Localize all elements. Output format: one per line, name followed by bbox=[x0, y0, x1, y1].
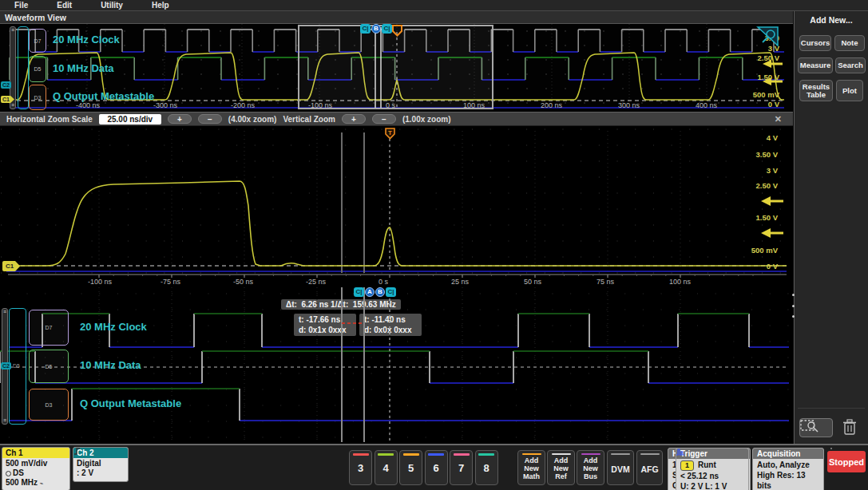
cursor-a-handle-icon[interactable]: C| bbox=[360, 24, 371, 34]
stopped-button[interactable]: Stopped bbox=[827, 451, 866, 472]
menu-item-help[interactable]: Help bbox=[152, 1, 169, 10]
digital-handle-D5[interactable]: D5 bbox=[29, 350, 69, 383]
channel-button-7[interactable]: 7 bbox=[450, 450, 473, 485]
digital-ch2-badge[interactable]: C2 bbox=[1, 362, 11, 369]
trigger-badge[interactable]: Trigger 1Runt < 25.12 ns U: 2 V L: 1 V bbox=[676, 448, 749, 490]
sidebar-button-note[interactable]: Note bbox=[834, 35, 865, 51]
cursor-a-icon[interactable]: A bbox=[365, 287, 375, 297]
main-volt-label: 2.50 V bbox=[741, 181, 778, 190]
overview-volt-label: 500 mV bbox=[743, 90, 779, 99]
channel-button-6[interactable]: 6 bbox=[425, 450, 448, 485]
ch2-badge-title: Ch 2 bbox=[73, 448, 128, 458]
ch2-badge[interactable]: Ch 2 Digital : 2 V bbox=[73, 447, 129, 482]
channel-button-label: 4 bbox=[375, 462, 397, 474]
zoom-scale-bar: Horizontal Zoom Scale 25.00 ns/div + − (… bbox=[0, 112, 793, 126]
main-time-tick: -50 ns bbox=[233, 278, 253, 286]
channel-button-8[interactable]: 8 bbox=[475, 450, 498, 485]
cursor-right-bracket-icon[interactable]: C| bbox=[386, 287, 396, 297]
zoom-select-button[interactable] bbox=[799, 418, 833, 437]
add-new-math-button[interactable]: AddNewMath bbox=[517, 450, 545, 485]
main-time-tick: 100 ns bbox=[669, 278, 691, 286]
panel-resize-handle[interactable] bbox=[792, 294, 796, 318]
waveform-view-tab[interactable]: Waveform View bbox=[5, 13, 66, 22]
overview-time-tick: 400 ns bbox=[696, 101, 717, 109]
cursor-left-bracket-icon[interactable]: C| bbox=[354, 287, 364, 297]
sidebar-button-plot[interactable]: Plot bbox=[836, 80, 863, 101]
channel-button-label: 5 bbox=[400, 462, 422, 474]
dvm-button[interactable]: DVM bbox=[607, 450, 634, 485]
hzoom-minus-button[interactable]: − bbox=[198, 114, 222, 124]
add-button-label: AddNewMath bbox=[518, 456, 545, 480]
main-volt-label: 0 V bbox=[741, 262, 778, 271]
digital-timing-view[interactable]: Δt: 6.26 ns 1/Δt: 159.63 MHz t: -17.66 n… bbox=[0, 286, 793, 444]
menu-item-utility[interactable]: Utility bbox=[101, 1, 123, 10]
channel-button-3[interactable]: 3 bbox=[349, 450, 372, 485]
cursor-b-icon[interactable]: B bbox=[375, 287, 385, 297]
overview-time-tick: 100 ns bbox=[463, 101, 485, 109]
digital-handle-D7[interactable]: D7 bbox=[29, 310, 69, 346]
main-volt-label: 3 V bbox=[741, 166, 778, 175]
digital-channel-label-D7: 20 MHz Clock bbox=[80, 321, 147, 333]
trash-icon[interactable] bbox=[841, 418, 858, 437]
grip-icon: ≡ bbox=[11, 104, 14, 107]
vzoom-minus-button[interactable]: − bbox=[372, 114, 396, 124]
main-time-tick: 0 s bbox=[379, 278, 388, 286]
acquisition-mode: Auto, Analyze bbox=[757, 460, 819, 470]
hzoom-plus-button[interactable]: + bbox=[168, 114, 192, 124]
zoom-close-icon[interactable]: ✕ bbox=[775, 114, 782, 124]
oscilloscope-app: FileEditUtilityHelp Waveform View ≡≡D720… bbox=[0, 0, 868, 490]
runt-trigger-icon bbox=[676, 449, 685, 456]
ch1-badge-body: 500 mV/div DS 500 MHz ⌁ bbox=[2, 458, 69, 490]
overview-channel-label-D5: 10 MHz Data bbox=[53, 62, 114, 74]
bottom-status-bar: Ch 1 500 mV/div DS 500 MHz ⌁ Ch 2 Digita… bbox=[0, 444, 868, 490]
overview-digital-handle-D5[interactable]: D5 bbox=[29, 56, 46, 82]
sidebar-button-cursors[interactable]: Cursors bbox=[799, 35, 831, 51]
channel-color-stripe bbox=[378, 453, 394, 456]
overview-digital-handle-D7[interactable]: D7 bbox=[29, 29, 46, 53]
overview-time-tick: 0 s bbox=[386, 101, 395, 109]
trigger-position-marker[interactable] bbox=[391, 25, 403, 37]
menu-item-file[interactable]: File bbox=[14, 1, 28, 10]
bandwidth-limit-icon: ⌁ bbox=[40, 480, 43, 486]
overview-cursor-badges[interactable]: C|BC| bbox=[360, 24, 392, 34]
probe-icon bbox=[6, 471, 11, 476]
channel-button-label: 7 bbox=[450, 462, 472, 474]
overview-time-tick: -100 ns bbox=[308, 101, 332, 109]
channel-button-label: 3 bbox=[350, 462, 371, 474]
channel-button-4[interactable]: 4 bbox=[375, 450, 398, 485]
vzoom-plus-button[interactable]: + bbox=[342, 114, 366, 124]
main-volt-label: 1.50 V bbox=[741, 213, 778, 222]
overview-digital-handle-D3[interactable]: D3 bbox=[29, 85, 46, 110]
channel-button-5[interactable]: 5 bbox=[399, 450, 422, 485]
add-color-stripe bbox=[522, 453, 541, 455]
cursor-b-handle-icon[interactable]: B bbox=[371, 24, 381, 34]
trigger-type: Runt bbox=[698, 460, 716, 469]
main-trigger-marker[interactable]: T bbox=[384, 128, 396, 140]
digital-handle-D3[interactable]: D3 bbox=[29, 389, 69, 421]
sidebar-button-results-table[interactable]: ResultsTable bbox=[799, 80, 833, 101]
overview-volt-label: 0 V bbox=[743, 100, 779, 109]
menu-item-edit[interactable]: Edit bbox=[57, 1, 72, 10]
acquisition-badge[interactable]: AcquisitionAuto, AnalyzeHigh Res: 13 bit… bbox=[752, 448, 824, 490]
channel-button-label: 8 bbox=[476, 462, 497, 474]
sidebar-button-measure[interactable]: Measure bbox=[798, 57, 833, 73]
add-new-bus-button[interactable]: AddNewBus bbox=[577, 450, 604, 485]
add-new-ref-button[interactable]: AddNewRef bbox=[547, 450, 575, 485]
afg-button[interactable]: AFG bbox=[636, 450, 663, 485]
sidebar-divider bbox=[798, 408, 865, 409]
add-new-sidebar: Add New... CursorsNoteMeasureSearchResul… bbox=[794, 11, 868, 444]
grip-icon: ≡ bbox=[3, 419, 6, 422]
channel-color-stripe bbox=[403, 453, 419, 456]
waveform-workspace: Waveform View ≡≡D720 MHz ClockD510 MHz D… bbox=[0, 11, 793, 444]
overview-ch2-badge[interactable]: C2 bbox=[1, 81, 11, 89]
overview-zoom-selection-box[interactable] bbox=[298, 25, 493, 109]
ch1-badge[interactable]: Ch 1 500 mV/div DS 500 MHz ⌁ bbox=[2, 447, 70, 490]
hzoom-scale-value[interactable]: 25.00 ns/div bbox=[99, 114, 161, 124]
digital-cursor-badges[interactable]: C|ABC| bbox=[354, 287, 396, 297]
waveform-overview-panel[interactable]: ≡≡D720 MHz ClockD510 MHz DataD3Q Output … bbox=[0, 24, 793, 112]
sidebar-button-search[interactable]: Search bbox=[835, 57, 866, 73]
acquisition-resolution: High Res: 13 bits bbox=[757, 470, 819, 490]
add-new-title: Add New... bbox=[795, 15, 868, 25]
zoomed-analog-view[interactable]: T-100 ns-75 ns-50 ns-25 ns0 s25 ns50 ns7… bbox=[0, 126, 793, 286]
overview-channel-bracket bbox=[18, 26, 29, 109]
